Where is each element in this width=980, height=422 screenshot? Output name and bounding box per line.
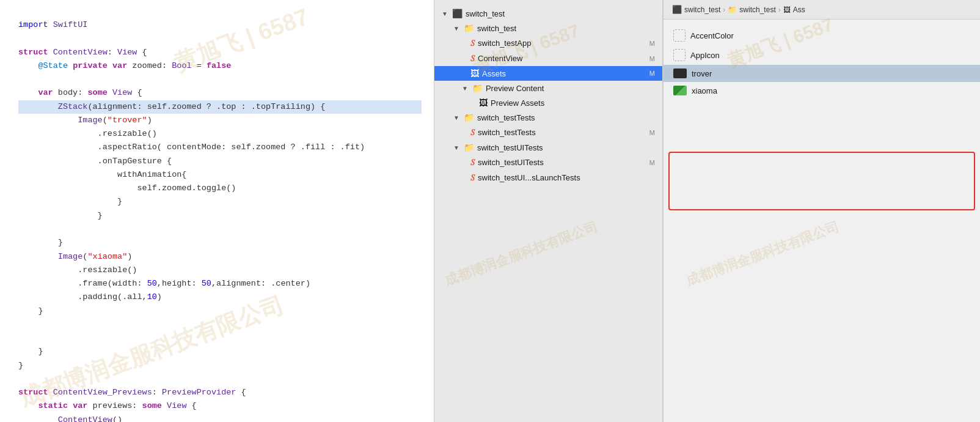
- code-line: struct ContentView: View {: [18, 46, 422, 59]
- image-swatch-dark: [673, 68, 687, 78]
- tree-item-label: ContentView: [478, 54, 522, 63]
- code-line: }: [18, 195, 422, 209]
- asset-list: AccentColor AppIcon trover xiaoma: [664, 20, 980, 105]
- folder-icon: 📁: [464, 113, 474, 122]
- tree-item-root[interactable]: ▼ ⬛ switch_test: [434, 6, 662, 21]
- folder-icon: 📁: [472, 83, 483, 93]
- tree-item-label: switch_testTests: [477, 113, 535, 122]
- code-line: }: [18, 345, 422, 358]
- code-line: Image("trover"): [18, 114, 422, 127]
- tree-item-assets[interactable]: 🖼 Assets M: [434, 66, 662, 81]
- app-icon: ⬛: [452, 9, 463, 18]
- code-line: self.zoomed.toggle(): [18, 182, 422, 195]
- code-line: import SwiftUI: [18, 18, 422, 32]
- chevron-icon: ▼: [453, 114, 459, 121]
- code-line: }: [18, 209, 422, 223]
- swift-icon: 𝑆: [470, 127, 475, 138]
- tree-item-label: switch_test: [477, 24, 516, 33]
- code-line: .onTapGesture {: [18, 155, 422, 168]
- tree-item-label: switch_testApp: [478, 39, 531, 48]
- tree-item-label: switch_testUITests: [478, 158, 544, 167]
- code-line: struct ContentView_Previews: PreviewProv…: [18, 386, 422, 399]
- tree-item-preview-assets[interactable]: 🖼 Preview Assets: [434, 95, 662, 110]
- code-line: [18, 32, 422, 45]
- asset-item-xiaoma[interactable]: xiaoma: [664, 82, 980, 99]
- breadcrumb-folder-icon: 📁: [728, 6, 737, 14]
- badge-m: M: [649, 129, 655, 136]
- folder-icon: 📁: [464, 23, 474, 33]
- code-line: Image("xiaoma"): [18, 250, 422, 264]
- tree-item-label: switch_testTests: [478, 128, 536, 137]
- chevron-icon: ▼: [462, 85, 468, 92]
- tree-item-label: switch_test: [466, 9, 505, 18]
- tree-item-tests-file[interactable]: 𝑆 switch_testTests M: [434, 125, 662, 140]
- watermark-asset2: 成都博润金服科技有限公司: [684, 218, 841, 290]
- badge-m: M: [649, 70, 655, 77]
- asset-catalog-icon: 🖼: [470, 68, 479, 78]
- breadcrumb-project: switch_test: [684, 6, 720, 14]
- tree-item-app[interactable]: 𝑆 switch_testApp M: [434, 35, 662, 51]
- asset-label: trover: [692, 69, 712, 78]
- breadcrumb-sep1: ›: [723, 6, 725, 14]
- code-line: .aspectRatio( contentMode: self.zoomed ?…: [18, 141, 422, 154]
- asset-label: xiaoma: [692, 86, 717, 95]
- code-line: .resizable(): [18, 127, 422, 141]
- breadcrumb: ⬛ switch_test › 📁 switch_test › 🖼 Ass: [664, 0, 980, 20]
- appicon-swatch: [673, 49, 686, 61]
- badge-m: M: [649, 55, 655, 62]
- code-line: @State private var zoomed: Bool = false: [18, 59, 422, 73]
- code-line: }: [18, 359, 422, 372]
- asset-panel: 黄旭飞 | 6587 成都博润金服科技有限公司 ⬛ switch_test › …: [663, 0, 980, 422]
- tree-item-label: switch_testUI...sLaunchTests: [478, 173, 580, 182]
- breadcrumb-sep2: ›: [778, 6, 781, 14]
- code-line: .resizable(): [18, 264, 422, 277]
- file-tree-panel: 黄旭飞 | 6587 成都博润金服科技有限公司 ▼ ⬛ switch_test …: [434, 0, 663, 422]
- folder-icon: 📁: [464, 143, 474, 152]
- badge-m: M: [649, 159, 655, 166]
- badge-m: M: [649, 40, 655, 47]
- code-line: }: [18, 305, 422, 318]
- code-editor: 黄旭飞 | 6587 成都博润金服科技有限公司 import SwiftUI s…: [0, 0, 434, 422]
- code-line: withAnimation{: [18, 168, 422, 182]
- code-line: var body: some View {: [18, 86, 422, 100]
- tree-item-launch-tests[interactable]: 𝑆 switch_testUI...sLaunchTests: [434, 170, 662, 185]
- tree-item-contentview[interactable]: 𝑆 ContentView M: [434, 51, 662, 66]
- tree-item-uitests-file[interactable]: 𝑆 switch_testUITests M: [434, 155, 662, 170]
- asset-item-trover[interactable]: trover: [664, 65, 980, 82]
- breadcrumb-group: switch_test: [739, 6, 775, 14]
- chevron-icon: ▼: [453, 25, 459, 32]
- code-line: }: [18, 236, 422, 250]
- asset-item-accentcolor[interactable]: AccentColor: [664, 26, 980, 45]
- code-line: ContentView(): [18, 413, 422, 422]
- code-line: [18, 331, 422, 345]
- code-line: .padding(.all,10): [18, 291, 422, 304]
- code-line: .frame(width: 50,height: 50,alignment: .…: [18, 277, 422, 291]
- tree-item-uitests-group[interactable]: ▼ 📁 switch_testUITests: [434, 140, 662, 155]
- swift-icon: 𝑆: [470, 38, 475, 48]
- color-swatch: [673, 29, 686, 42]
- code-line-highlighted: ZStack(alignment: self.zoomed ? .top : .…: [18, 100, 422, 114]
- tree-item-group1[interactable]: ▼ 📁 switch_test: [434, 21, 662, 35]
- tree-item-label: Assets: [482, 69, 506, 78]
- chevron-icon: ▼: [453, 144, 459, 151]
- swift-icon: 𝑆: [470, 53, 475, 64]
- image-swatch-green: [673, 86, 687, 95]
- tree-item-label: switch_testUITests: [477, 143, 543, 152]
- code-line: [18, 372, 422, 386]
- breadcrumb-asset-icon: 🖼: [783, 6, 791, 14]
- tree-item-label: Preview Content: [486, 84, 544, 93]
- swift-icon: 𝑆: [470, 157, 475, 168]
- tree-item-tests-group[interactable]: ▼ 📁 switch_testTests: [434, 110, 662, 125]
- code-line: [18, 223, 422, 236]
- code-line: [18, 318, 422, 331]
- asset-item-appicon[interactable]: AppIcon: [664, 45, 980, 65]
- code-line: [18, 73, 422, 86]
- preview-asset-icon: 🖼: [479, 98, 488, 108]
- watermark-tree2: 成都博润金服科技有限公司: [442, 218, 600, 290]
- breadcrumb-app-icon: ⬛: [672, 5, 682, 14]
- breadcrumb-assets: Ass: [793, 6, 805, 14]
- asset-label: AccentColor: [690, 31, 734, 40]
- tree-item-preview-content[interactable]: ▼ 📁 Preview Content: [434, 81, 662, 95]
- asset-label: AppIcon: [690, 51, 720, 60]
- tree-item-label: Preview Assets: [491, 98, 544, 108]
